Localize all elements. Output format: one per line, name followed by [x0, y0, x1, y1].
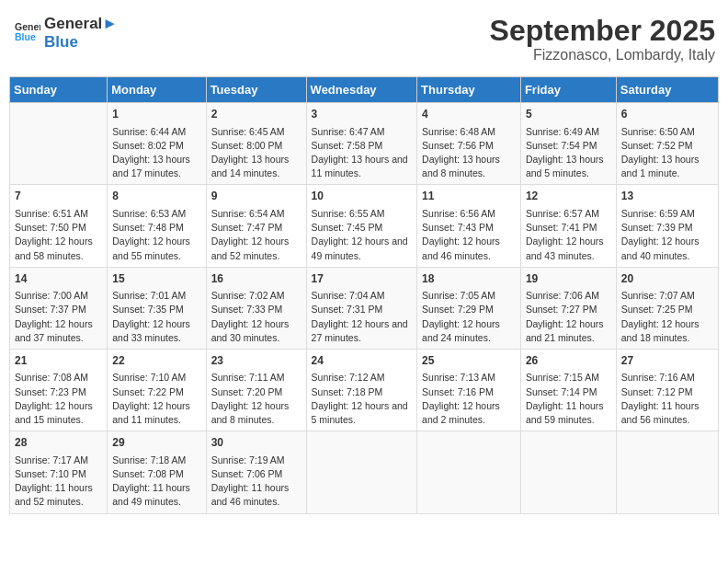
date-number: 26: [526, 353, 611, 369]
calendar-cell: 12Sunrise: 6:57 AMSunset: 7:41 PMDayligh…: [520, 185, 616, 267]
month-title: September 2025: [490, 15, 715, 47]
date-number: 25: [422, 353, 516, 369]
calendar-cell: 11Sunrise: 6:56 AMSunset: 7:43 PMDayligh…: [417, 185, 521, 267]
cell-sun-info: Sunrise: 6:44 AMSunset: 8:02 PMDaylight:…: [112, 125, 200, 181]
cell-sun-info: Sunrise: 6:47 AMSunset: 7:58 PMDaylight:…: [312, 125, 413, 181]
cell-sun-info: Sunrise: 6:50 AMSunset: 7:52 PMDaylight:…: [621, 125, 713, 181]
date-number: 19: [526, 271, 611, 287]
calendar-cell: 4Sunrise: 6:48 AMSunset: 7:56 PMDaylight…: [417, 103, 521, 185]
calendar-cell: 28Sunrise: 7:17 AMSunset: 7:10 PMDayligh…: [10, 431, 108, 513]
cell-sun-info: Sunrise: 7:13 AMSunset: 7:16 PMDaylight:…: [422, 371, 516, 427]
cell-sun-info: Sunrise: 7:06 AMSunset: 7:27 PMDaylight:…: [526, 289, 611, 345]
cell-sun-info: Sunrise: 7:15 AMSunset: 7:14 PMDaylight:…: [526, 371, 611, 427]
date-number: 3: [312, 107, 413, 122]
calendar-cell: 26Sunrise: 7:15 AMSunset: 7:14 PMDayligh…: [520, 349, 616, 431]
day-header-sunday: Sunday: [10, 77, 108, 103]
date-number: 18: [422, 271, 516, 287]
day-header-thursday: Thursday: [417, 77, 521, 103]
calendar-cell: 16Sunrise: 7:02 AMSunset: 7:33 PMDayligh…: [206, 267, 306, 349]
calendar-cell: 18Sunrise: 7:05 AMSunset: 7:29 PMDayligh…: [417, 267, 521, 349]
cell-sun-info: Sunrise: 7:10 AMSunset: 7:22 PMDaylight:…: [112, 371, 200, 427]
date-number: 20: [621, 271, 713, 287]
date-number: 15: [112, 271, 200, 287]
cell-sun-info: Sunrise: 7:01 AMSunset: 7:35 PMDaylight:…: [112, 289, 200, 345]
calendar-cell: [10, 103, 108, 185]
calendar-cell: 3Sunrise: 6:47 AMSunset: 7:58 PMDaylight…: [306, 103, 417, 185]
cell-sun-info: Sunrise: 7:07 AMSunset: 7:25 PMDaylight:…: [621, 289, 713, 345]
header: General Blue General► Blue September 202…: [9, 9, 719, 69]
calendar-cell: 8Sunrise: 6:53 AMSunset: 7:48 PMDaylight…: [108, 185, 206, 267]
date-number: 6: [621, 107, 713, 122]
date-number: 30: [211, 435, 301, 451]
date-number: 4: [422, 107, 516, 122]
calendar-cell: 29Sunrise: 7:18 AMSunset: 7:08 PMDayligh…: [108, 431, 206, 513]
cell-sun-info: Sunrise: 7:11 AMSunset: 7:20 PMDaylight:…: [211, 371, 301, 427]
calendar-week-row: 21Sunrise: 7:08 AMSunset: 7:23 PMDayligh…: [10, 349, 719, 431]
logo: General Blue General► Blue: [13, 15, 118, 52]
calendar-week-row: 7Sunrise: 6:51 AMSunset: 7:50 PMDaylight…: [10, 185, 719, 267]
date-number: 11: [422, 189, 516, 204]
calendar-cell: 6Sunrise: 6:50 AMSunset: 7:52 PMDaylight…: [616, 103, 718, 185]
calendar-cell: 30Sunrise: 7:19 AMSunset: 7:06 PMDayligh…: [206, 431, 306, 513]
date-number: 24: [312, 353, 413, 369]
day-header-tuesday: Tuesday: [206, 77, 306, 103]
cell-sun-info: Sunrise: 7:04 AMSunset: 7:31 PMDaylight:…: [312, 289, 413, 345]
date-number: 2: [211, 107, 301, 122]
location-title: Fizzonasco, Lombardy, Italy: [490, 47, 715, 63]
cell-sun-info: Sunrise: 6:53 AMSunset: 7:48 PMDaylight:…: [112, 207, 200, 263]
day-header-friday: Friday: [520, 77, 616, 103]
date-number: 14: [15, 271, 102, 287]
cell-sun-info: Sunrise: 7:12 AMSunset: 7:18 PMDaylight:…: [312, 371, 413, 427]
calendar-cell: 22Sunrise: 7:10 AMSunset: 7:22 PMDayligh…: [108, 349, 206, 431]
cell-sun-info: Sunrise: 7:00 AMSunset: 7:37 PMDaylight:…: [15, 289, 102, 345]
calendar-cell: [520, 431, 616, 513]
date-number: 5: [526, 107, 611, 122]
date-number: 27: [621, 353, 713, 369]
calendar-cell: 14Sunrise: 7:00 AMSunset: 7:37 PMDayligh…: [10, 267, 108, 349]
svg-text:Blue: Blue: [15, 31, 36, 42]
cell-sun-info: Sunrise: 6:56 AMSunset: 7:43 PMDaylight:…: [422, 207, 516, 263]
calendar-cell: [306, 431, 417, 513]
calendar-cell: 13Sunrise: 6:59 AMSunset: 7:39 PMDayligh…: [616, 185, 718, 267]
day-header-monday: Monday: [108, 77, 206, 103]
day-header-saturday: Saturday: [616, 77, 718, 103]
calendar-week-row: 1Sunrise: 6:44 AMSunset: 8:02 PMDaylight…: [10, 103, 719, 185]
cell-sun-info: Sunrise: 7:18 AMSunset: 7:08 PMDaylight:…: [112, 454, 200, 510]
date-number: 29: [112, 435, 200, 451]
calendar-cell: 2Sunrise: 6:45 AMSunset: 8:00 PMDaylight…: [206, 103, 306, 185]
cell-sun-info: Sunrise: 6:48 AMSunset: 7:56 PMDaylight:…: [422, 125, 516, 181]
date-number: 13: [621, 189, 713, 204]
calendar-cell: 23Sunrise: 7:11 AMSunset: 7:20 PMDayligh…: [206, 349, 306, 431]
calendar-cell: 10Sunrise: 6:55 AMSunset: 7:45 PMDayligh…: [306, 185, 417, 267]
calendar-header-row: SundayMondayTuesdayWednesdayThursdayFrid…: [10, 77, 719, 103]
cell-sun-info: Sunrise: 7:05 AMSunset: 7:29 PMDaylight:…: [422, 289, 516, 345]
date-number: 1: [112, 107, 200, 122]
date-number: 22: [112, 353, 200, 369]
calendar-cell: 25Sunrise: 7:13 AMSunset: 7:16 PMDayligh…: [417, 349, 521, 431]
title-area: September 2025 Fizzonasco, Lombardy, Ita…: [490, 15, 715, 63]
calendar-cell: 17Sunrise: 7:04 AMSunset: 7:31 PMDayligh…: [306, 267, 417, 349]
date-number: 17: [312, 271, 413, 287]
cell-sun-info: Sunrise: 6:57 AMSunset: 7:41 PMDaylight:…: [526, 207, 611, 263]
date-number: 9: [211, 189, 301, 204]
calendar-cell: 24Sunrise: 7:12 AMSunset: 7:18 PMDayligh…: [306, 349, 417, 431]
cell-sun-info: Sunrise: 7:17 AMSunset: 7:10 PMDaylight:…: [15, 454, 102, 510]
calendar-body: 1Sunrise: 6:44 AMSunset: 8:02 PMDaylight…: [10, 103, 719, 513]
calendar-cell: [616, 431, 718, 513]
calendar-week-row: 28Sunrise: 7:17 AMSunset: 7:10 PMDayligh…: [10, 431, 719, 513]
date-number: 28: [15, 435, 102, 451]
calendar-cell: 7Sunrise: 6:51 AMSunset: 7:50 PMDaylight…: [10, 185, 108, 267]
cell-sun-info: Sunrise: 7:19 AMSunset: 7:06 PMDaylight:…: [211, 454, 301, 510]
logo-line1: General►: [44, 15, 118, 33]
cell-sun-info: Sunrise: 6:45 AMSunset: 8:00 PMDaylight:…: [211, 125, 301, 181]
cell-sun-info: Sunrise: 6:54 AMSunset: 7:47 PMDaylight:…: [211, 207, 301, 263]
calendar-cell: 15Sunrise: 7:01 AMSunset: 7:35 PMDayligh…: [108, 267, 206, 349]
date-number: 12: [526, 189, 611, 204]
cell-sun-info: Sunrise: 7:02 AMSunset: 7:33 PMDaylight:…: [211, 289, 301, 345]
cell-sun-info: Sunrise: 6:49 AMSunset: 7:54 PMDaylight:…: [526, 125, 611, 181]
calendar-cell: 1Sunrise: 6:44 AMSunset: 8:02 PMDaylight…: [108, 103, 206, 185]
cell-sun-info: Sunrise: 7:08 AMSunset: 7:23 PMDaylight:…: [15, 371, 102, 427]
logo-icon: General Blue: [15, 18, 40, 44]
cell-sun-info: Sunrise: 7:16 AMSunset: 7:12 PMDaylight:…: [621, 371, 713, 427]
date-number: 21: [15, 353, 102, 369]
